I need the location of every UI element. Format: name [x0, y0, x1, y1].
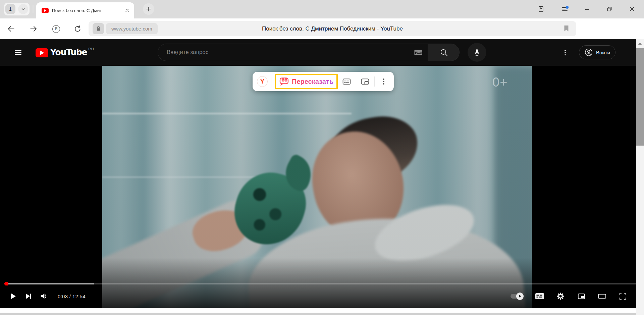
chevron-down-icon[interactable] — [18, 4, 28, 14]
settings-gear-icon[interactable] — [553, 288, 568, 304]
back-button[interactable] — [6, 24, 16, 34]
quote-marks: 66 — [281, 77, 287, 83]
summarize-button[interactable]: 66 Пересказать — [275, 74, 338, 89]
address-toolbar: Я Поиск без слов. С Дмитрием Побединским… — [0, 18, 644, 39]
voice-search-icon[interactable] — [468, 43, 486, 62]
play-button[interactable] — [5, 288, 21, 304]
tab-close-icon[interactable] — [123, 7, 131, 14]
side-panel-bookmarks-icon[interactable] — [536, 4, 546, 14]
search-button[interactable] — [428, 44, 460, 61]
omnibox[interactable]: Поиск без слов. С Дмитрием Побединским -… — [89, 21, 576, 36]
summarize-label: Пересказать — [292, 78, 333, 86]
toggle-track — [511, 294, 523, 299]
search-bar[interactable] — [158, 44, 428, 61]
fullscreen-icon[interactable] — [615, 288, 631, 304]
youtube-logo-text: YouTube — [50, 47, 87, 57]
window-restore-button[interactable] — [604, 4, 615, 14]
page-background-strip — [0, 308, 644, 313]
toggle-knob-play-icon — [516, 293, 524, 300]
window-bottom-edge — [0, 313, 644, 315]
url-field[interactable]: www.youtube.com — [106, 23, 158, 34]
tab-counter[interactable]: 1 — [4, 3, 30, 15]
progress-bar[interactable] — [4, 283, 640, 284]
secure-lock-icon[interactable] — [93, 23, 104, 34]
sign-in-label: Войти — [596, 50, 610, 55]
window-close-button[interactable] — [627, 4, 637, 14]
bookmark-flag-icon[interactable] — [564, 25, 569, 32]
controls-right — [506, 288, 631, 304]
scrollbar-up-arrow[interactable] — [636, 39, 644, 48]
tab-title: Поиск без слов. С Дмит — [52, 8, 123, 13]
youtube-kebab-icon[interactable] — [561, 48, 570, 57]
miniplayer-icon[interactable] — [574, 288, 589, 304]
toolbar-divider — [271, 76, 271, 87]
toolbar-divider — [374, 76, 375, 87]
search-input[interactable] — [158, 44, 414, 61]
yandex-search-icon[interactable]: Я — [51, 24, 61, 34]
buffered-bar — [4, 283, 94, 284]
toolbar-divider — [356, 76, 356, 87]
browser-tab-youtube[interactable]: Поиск без слов. С Дмит — [36, 2, 134, 18]
scrubber-handle[interactable] — [5, 282, 8, 285]
youtube-logo[interactable]: YouTube RU — [36, 47, 94, 57]
picture-in-picture-icon[interactable] — [360, 76, 371, 87]
page-title: Поиск без слов. С Дмитрием Побединским -… — [89, 21, 576, 36]
yandex-logo-icon[interactable]: Y — [257, 76, 268, 87]
person-icon — [584, 48, 593, 57]
page-scrollbar[interactable] — [636, 39, 644, 315]
sign-in-button[interactable]: Войти — [579, 45, 615, 59]
youtube-play-icon — [36, 48, 48, 57]
yandex-video-toolbar: Y 66 Пересказать — [253, 72, 394, 91]
ya-letter: Я — [52, 25, 60, 33]
window-minimize-button[interactable] — [582, 4, 593, 14]
player-controls: 0:03 / 12:54 — [0, 286, 644, 307]
overlay-kebab-icon[interactable] — [378, 76, 389, 87]
age-rating-badge: 0+ — [492, 75, 507, 90]
guide-menu-icon[interactable] — [14, 48, 22, 56]
forward-button[interactable] — [29, 24, 38, 34]
volume-icon[interactable] — [36, 288, 52, 304]
theater-mode-icon[interactable] — [594, 288, 610, 304]
youtube-header: YouTube RU Войти — [0, 39, 644, 66]
tab-counter-value: 1 — [5, 4, 15, 14]
autoplay-toggle[interactable] — [506, 288, 527, 304]
browser-menu-icon[interactable] — [560, 4, 571, 14]
scrollbar-thumb[interactable] — [636, 48, 644, 146]
reload-button[interactable] — [73, 24, 82, 34]
youtube-region-label: RU — [88, 47, 94, 51]
youtube-favicon-icon — [42, 8, 49, 13]
new-tab-button[interactable] — [143, 3, 154, 15]
subtitles-icon[interactable] — [341, 76, 353, 87]
captions-icon[interactable] — [532, 288, 547, 304]
next-button[interactable] — [21, 288, 36, 304]
url-text: www.youtube.com — [111, 26, 152, 32]
tab-strip: 1 Поиск без слов. С Дмит — [0, 0, 644, 18]
controls-left: 0:03 / 12:54 — [5, 288, 86, 304]
keyboard-icon[interactable] — [414, 50, 422, 55]
time-display: 0:03 / 12:54 — [58, 294, 86, 299]
tab-strip-divider — [33, 5, 33, 13]
video-player: Y 66 Пересказать 0+ — [0, 66, 644, 308]
yandex-letter: Y — [260, 78, 264, 85]
quote-bubble-icon: 66 — [279, 76, 289, 87]
